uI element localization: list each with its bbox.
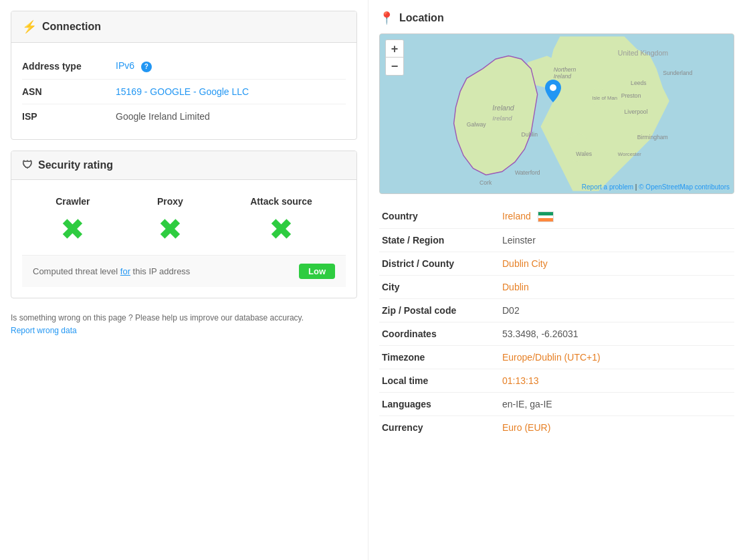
connection-body: Address type IPv6 ? ASN 15169 - GOOGLE -… bbox=[11, 43, 356, 139]
osm-link[interactable]: © OpenStreetMap contributors bbox=[639, 183, 730, 191]
location-title: 📍 Location bbox=[379, 11, 734, 25]
coordinates-row: Coordinates 53.3498, -6.26031 bbox=[379, 322, 734, 346]
city-value: Dublin bbox=[502, 282, 529, 292]
proxy-x-icon: ✖ bbox=[158, 215, 183, 244]
address-type-row: Address type IPv6 ? bbox=[22, 54, 346, 80]
country-value: Ireland bbox=[502, 211, 554, 222]
map-background: Ireland Ireland Northern Ireland United … bbox=[380, 34, 734, 193]
security-title: Security rating bbox=[38, 159, 113, 171]
city-label: City bbox=[382, 282, 502, 292]
threat-text: Computed threat level for this IP addres… bbox=[33, 266, 190, 276]
crawler-x-icon: ✖ bbox=[60, 215, 85, 244]
svg-text:Isle of Man: Isle of Man bbox=[592, 95, 617, 101]
right-panel: 📍 Location Ireland Ireland bbox=[368, 0, 745, 560]
svg-text:Ireland: Ireland bbox=[554, 73, 572, 80]
connection-header: ⚡ Connection bbox=[11, 11, 356, 43]
svg-text:Sunderland: Sunderland bbox=[663, 70, 692, 76]
location-pin-icon: 📍 bbox=[379, 11, 394, 25]
zip-value: D02 bbox=[502, 305, 520, 316]
svg-text:Northern: Northern bbox=[554, 66, 576, 73]
local-time-label: Local time bbox=[382, 375, 502, 386]
help-icon[interactable]: ? bbox=[141, 62, 152, 72]
address-type-value: IPv6 ? bbox=[116, 60, 152, 72]
map-svg: Ireland Ireland Northern Ireland United … bbox=[380, 34, 734, 193]
crawler-col: Crawler ✖ bbox=[56, 196, 90, 244]
country-label: Country bbox=[382, 211, 502, 222]
coordinates-label: Coordinates bbox=[382, 329, 502, 339]
map-container: Ireland Ireland Northern Ireland United … bbox=[379, 33, 734, 194]
left-panel: ⚡ Connection Address type IPv6 ? ASN 151… bbox=[0, 0, 368, 560]
threat-for-link[interactable]: for bbox=[120, 266, 130, 276]
threat-badge: Low bbox=[299, 264, 335, 279]
location-table: Country Ireland State / Region Leinster … bbox=[379, 205, 734, 439]
ipv6-link[interactable]: IPv6 bbox=[116, 60, 134, 71]
state-label: State / Region bbox=[382, 235, 502, 246]
svg-text:Wales: Wales bbox=[576, 151, 592, 157]
svg-text:United Kingdom: United Kingdom bbox=[618, 49, 668, 57]
attack-source-x-icon: ✖ bbox=[269, 215, 294, 244]
country-row: Country Ireland bbox=[379, 205, 734, 229]
lightning-icon: ⚡ bbox=[22, 19, 37, 34]
security-body: Crawler ✖ Proxy ✖ Attack source ✖ Comput… bbox=[11, 180, 356, 298]
timezone-row: Timezone Europe/Dublin (UTC+1) bbox=[379, 346, 734, 369]
proxy-label: Proxy bbox=[157, 196, 183, 207]
currency-label: Currency bbox=[382, 422, 502, 433]
svg-text:Cork: Cork bbox=[480, 179, 492, 186]
local-time-value: 01:13:13 bbox=[502, 375, 539, 386]
report-link[interactable]: Report wrong data bbox=[11, 324, 357, 337]
languages-label: Languages bbox=[382, 399, 502, 409]
local-time-row: Local time 01:13:13 bbox=[379, 369, 734, 393]
currency-row: Currency Euro (EUR) bbox=[379, 416, 734, 439]
proxy-col: Proxy ✖ bbox=[157, 196, 183, 244]
svg-text:Liverpool: Liverpool bbox=[624, 108, 647, 115]
coordinates-value: 53.3498, -6.26031 bbox=[502, 329, 578, 339]
state-row: State / Region Leinster bbox=[379, 229, 734, 252]
district-row: District / County Dublin City bbox=[379, 252, 734, 276]
languages-value: en-IE, ga-IE bbox=[502, 399, 552, 409]
svg-text:Waterford: Waterford bbox=[515, 169, 540, 176]
zoom-in-button[interactable]: + bbox=[386, 40, 403, 58]
languages-row: Languages en-IE, ga-IE bbox=[379, 393, 734, 416]
bottom-note: Is something wrong on this page ? Please… bbox=[11, 312, 357, 337]
shield-icon: 🛡 bbox=[22, 159, 33, 171]
currency-value: Euro (EUR) bbox=[502, 422, 550, 433]
map-controls: + − bbox=[385, 39, 404, 76]
svg-text:Worcester: Worcester bbox=[618, 151, 641, 157]
district-label: District / County bbox=[382, 258, 502, 269]
svg-text:Birmingham: Birmingham bbox=[637, 134, 668, 141]
zoom-out-button[interactable]: − bbox=[386, 58, 403, 75]
map-pin bbox=[545, 80, 561, 104]
svg-text:Ireland: Ireland bbox=[492, 104, 514, 112]
security-columns: Crawler ✖ Proxy ✖ Attack source ✖ bbox=[22, 191, 346, 244]
security-header: 🛡 Security rating bbox=[11, 151, 356, 180]
report-problem-link[interactable]: Report a problem bbox=[582, 183, 633, 191]
connection-card: ⚡ Connection Address type IPv6 ? ASN 151… bbox=[11, 11, 357, 140]
timezone-label: Timezone bbox=[382, 352, 502, 363]
ireland-flag bbox=[538, 211, 554, 222]
zip-label: Zip / Postal code bbox=[382, 305, 502, 316]
security-card: 🛡 Security rating Crawler ✖ Proxy ✖ Atta… bbox=[11, 151, 357, 298]
svg-text:Ireland: Ireland bbox=[492, 114, 512, 122]
crawler-label: Crawler bbox=[56, 196, 90, 207]
asn-value: 15169 - GOOGLE - Google LLC bbox=[116, 86, 249, 97]
timezone-value: Europe/Dublin (UTC+1) bbox=[502, 352, 601, 363]
connection-title: Connection bbox=[42, 21, 101, 33]
address-type-label: Address type bbox=[22, 61, 116, 72]
svg-text:Preston: Preston bbox=[621, 92, 641, 99]
isp-value: Google Ireland Limited bbox=[116, 111, 210, 122]
asn-link[interactable]: 15169 - GOOGLE - Google LLC bbox=[116, 86, 249, 97]
attack-source-label: Attack source bbox=[250, 196, 312, 207]
isp-label: ISP bbox=[22, 111, 116, 122]
attack-source-col: Attack source ✖ bbox=[250, 196, 312, 244]
city-row: City Dublin bbox=[379, 276, 734, 299]
isp-row: ISP Google Ireland Limited bbox=[22, 104, 346, 128]
svg-text:Leeds: Leeds bbox=[631, 80, 647, 86]
asn-label: ASN bbox=[22, 86, 116, 97]
svg-point-24 bbox=[550, 84, 556, 91]
map-credit: Report a problem | © OpenStreetMap contr… bbox=[582, 183, 730, 191]
state-value: Leinster bbox=[502, 235, 536, 246]
threat-row: Computed threat level for this IP addres… bbox=[22, 255, 346, 287]
district-value: Dublin City bbox=[502, 258, 548, 269]
zip-row: Zip / Postal code D02 bbox=[379, 299, 734, 322]
asn-row: ASN 15169 - GOOGLE - Google LLC bbox=[22, 80, 346, 104]
